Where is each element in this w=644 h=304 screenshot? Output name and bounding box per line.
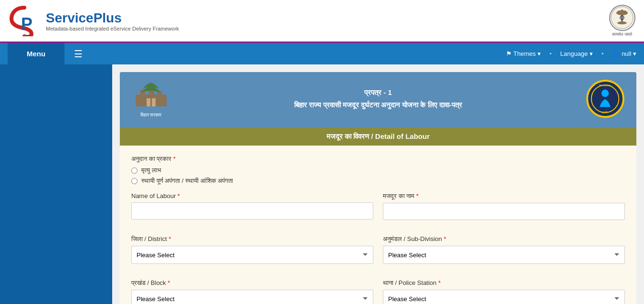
svg-point-7 bbox=[623, 10, 626, 13]
language-chevron-icon: ▾ bbox=[590, 50, 593, 57]
form-header-title: प्रपत्र - 1 बिहार राज्य प्रवासी मजदूर दु… bbox=[172, 88, 584, 109]
anudaan-radio-group: मृत्यु लाभ स्थायी पूर्ण अपंगता / स्थायी … bbox=[131, 167, 625, 185]
app-title: ServicePlus bbox=[46, 10, 179, 26]
user-button[interactable]: 👤 null ▾ bbox=[612, 50, 637, 57]
sidebar bbox=[0, 64, 112, 304]
serviceplus-logo-icon: P bbox=[8, 5, 41, 36]
navbar-right: ⚑ Themes ▾ • Language ▾ • 👤 null ▾ bbox=[506, 50, 636, 57]
block-policestation-row: प्रखंड / Block * Please Select थाना / Po… bbox=[131, 279, 625, 304]
bihar-logo-icon bbox=[133, 80, 169, 111]
form-header: बिहार सरकार प्रपत्र - 1 बिहार राज्य प्रव… bbox=[120, 72, 636, 127]
radio-mrityu-labh[interactable]: मृत्यु लाभ bbox=[131, 167, 625, 174]
radio-sthayee-apangata[interactable]: स्थायी पूर्ण अपंगता / स्थायी आंशिक अपंगत… bbox=[131, 177, 625, 185]
majdoor-naam-input[interactable] bbox=[383, 203, 625, 220]
block-select[interactable]: Please Select bbox=[131, 290, 373, 304]
section-header: मजदूर का विवरण / Detail of Labour bbox=[120, 127, 636, 146]
svg-point-18 bbox=[602, 89, 609, 96]
svg-text:बिहार प्रादेशिक: बिहार प्रादेशिक bbox=[599, 84, 611, 87]
police-station-group: थाना / Police Station * Please Select bbox=[383, 279, 625, 304]
navbar-left: Menu ☰ bbox=[8, 43, 83, 64]
national-emblem-icon: सत्यमेव जयते bbox=[608, 5, 636, 37]
logo-area: P ServicePlus Metadata-based Integrated … bbox=[8, 5, 179, 36]
navbar: Menu ☰ ⚑ Themes ▾ • Language ▾ • 👤 null … bbox=[0, 43, 644, 64]
svg-point-4 bbox=[617, 21, 627, 24]
nav-divider: • bbox=[549, 50, 552, 57]
themes-label: Themes bbox=[513, 50, 536, 57]
district-subdivision-row: जिला / District * Please Select अनुमंडल … bbox=[131, 235, 625, 272]
district-select[interactable]: Please Select bbox=[131, 246, 373, 264]
themes-button[interactable]: ⚑ Themes ▾ bbox=[506, 50, 541, 57]
form-subtitle: बिहार राज्य प्रवासी मजदूर दुर्घटना अनुदा… bbox=[172, 101, 584, 109]
nav-divider-2: • bbox=[602, 50, 604, 57]
user-icon: 👤 bbox=[612, 50, 620, 57]
right-emblem-area: बिहार प्रादेशिक सुपर लिंग bbox=[584, 80, 627, 118]
user-chevron-icon: ▾ bbox=[633, 50, 636, 57]
page-header: P ServicePlus Metadata-based Integrated … bbox=[0, 0, 644, 43]
svg-text:P: P bbox=[21, 14, 32, 34]
svg-point-6 bbox=[621, 10, 623, 12]
page-layout: बिहार सरकार प्रपत्र - 1 बिहार राज्य प्रव… bbox=[0, 64, 644, 304]
form-body: अनुदान का प्रकार * मृत्यु लाभ स्थायी पूर… bbox=[120, 146, 636, 304]
majdoor-naam-label: मजदूर का नाम * bbox=[383, 192, 625, 200]
svg-rect-15 bbox=[152, 98, 156, 106]
district-group: जिला / District * Please Select bbox=[131, 235, 373, 264]
anudaan-prakar-group: अनुदान का प्रकार * मृत्यु लाभ स्थायी पूर… bbox=[131, 155, 625, 185]
radio-mrityu-labh-input[interactable] bbox=[131, 168, 137, 174]
subdivision-select[interactable]: Please Select bbox=[383, 246, 625, 264]
bihar-sarkar-label: बिहार सरकार bbox=[140, 112, 162, 118]
prapatra-label: प्रपत्र - 1 bbox=[172, 88, 584, 97]
block-group: प्रखंड / Block * Please Select bbox=[131, 279, 373, 304]
radio-mrityu-labh-label: मृत्यु लाभ bbox=[141, 167, 161, 174]
hamburger-icon[interactable]: ☰ bbox=[74, 48, 83, 60]
radio-sthayee-apangata-input[interactable] bbox=[131, 178, 137, 184]
anudaan-prakar-label: अनुदान का प्रकार * bbox=[131, 155, 625, 163]
subdivision-group: अनुमंडल / Sub-Division * Please Select bbox=[383, 235, 625, 264]
name-of-labour-group: Name of Labour * bbox=[131, 192, 373, 220]
name-of-labour-input[interactable] bbox=[131, 202, 373, 220]
bihar-sarkar-logo: बिहार सरकार bbox=[129, 80, 172, 118]
bihar-scheme-emblem-icon: बिहार प्रादेशिक सुपर लिंग bbox=[586, 80, 624, 118]
name-row: Name of Labour * मजदूर का नाम * bbox=[131, 192, 625, 228]
themes-chevron-icon: ▾ bbox=[538, 50, 541, 57]
required-marker: * bbox=[173, 155, 176, 162]
majdoor-naam-group: मजदूर का नाम * bbox=[383, 192, 625, 220]
svg-rect-14 bbox=[147, 98, 150, 106]
svg-point-9 bbox=[622, 17, 623, 18]
subdivision-label: अनुमंडल / Sub-Division * bbox=[383, 235, 625, 243]
district-label: जिला / District * bbox=[131, 235, 373, 243]
language-label: Language bbox=[560, 50, 588, 57]
form-card: बिहार सरकार प्रपत्र - 1 बिहार राज्य प्रव… bbox=[120, 72, 636, 304]
radio-sthayee-apangata-label: स्थायी पूर्ण अपंगता / स्थायी आंशिक अपंगत… bbox=[141, 177, 233, 185]
svg-point-5 bbox=[618, 10, 621, 13]
language-button[interactable]: Language ▾ bbox=[560, 50, 592, 57]
block-label: प्रखंड / Block * bbox=[131, 279, 373, 287]
main-content: बिहार सरकार प्रपत्र - 1 बिहार राज्य प्रव… bbox=[112, 64, 644, 304]
flag-icon: ⚑ bbox=[506, 50, 512, 57]
police-station-select[interactable]: Please Select bbox=[383, 290, 625, 304]
app-subtitle: Metadata-based Integrated eService Deliv… bbox=[46, 26, 179, 31]
menu-label: Menu bbox=[8, 43, 64, 64]
svg-text:सुपर लिंग: सुपर लिंग bbox=[601, 110, 609, 114]
user-label: null bbox=[622, 50, 631, 57]
police-station-label: थाना / Police Station * bbox=[383, 279, 625, 287]
emblem-caption: सत्यमेव जयते bbox=[612, 32, 632, 37]
svg-point-17 bbox=[591, 85, 619, 113]
logo-text: ServicePlus Metadata-based Integrated eS… bbox=[46, 10, 179, 31]
name-of-labour-label: Name of Labour * bbox=[131, 192, 373, 199]
